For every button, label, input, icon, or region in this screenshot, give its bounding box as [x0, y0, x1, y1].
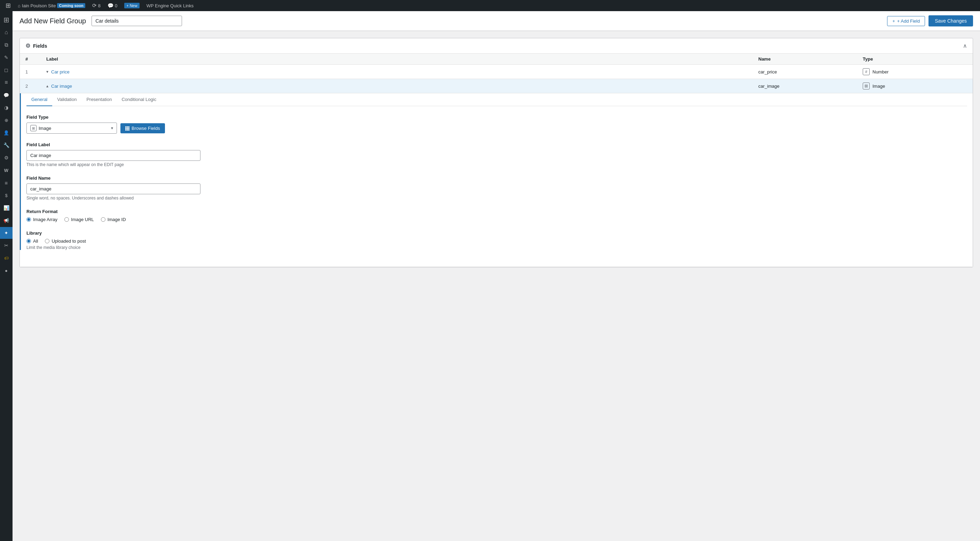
- field-name-section: Field Name Single word, no spaces. Under…: [27, 175, 967, 200]
- return-format-array-option[interactable]: Image Array: [27, 217, 57, 222]
- sidebar-item-plugins[interactable]: ⊕: [0, 114, 13, 126]
- tab-presentation[interactable]: Presentation: [81, 93, 116, 106]
- field-type-dropdown[interactable]: ⊠ Image ▾: [27, 123, 117, 134]
- library-all-radio[interactable]: [27, 239, 31, 243]
- sidebar-item-comments[interactable]: 💬: [0, 89, 13, 101]
- col-header-type: Type: [863, 56, 967, 62]
- sidebar-item-appearance[interactable]: ◑: [0, 102, 13, 113]
- add-icon: +: [892, 18, 895, 24]
- sidebar-item-settings[interactable]: ⚙: [0, 152, 13, 164]
- sidebar-item-media[interactable]: ◻: [0, 64, 13, 76]
- library-hint: Limit the media library choice: [27, 245, 967, 250]
- return-format-label: Return Format: [27, 209, 967, 214]
- collapse-panel-button[interactable]: ∧: [963, 43, 967, 49]
- sidebar-item-users[interactable]: 👤: [0, 127, 13, 138]
- svg-rect-1: [127, 126, 128, 127]
- grid-browse-icon: [125, 126, 129, 130]
- field-name-label: Field Name: [27, 175, 967, 181]
- fields-panel: ⚙ Fields ∧ # Label Name Type 1 ▾: [19, 38, 973, 267]
- col-header-num: #: [25, 56, 46, 62]
- sidebar-item-tools2[interactable]: ✂: [0, 240, 13, 251]
- wp-logo-bar[interactable]: ⊞: [3, 0, 14, 11]
- field-detail-panel: General Validation Presentation Conditio…: [20, 93, 973, 267]
- return-format-id-radio[interactable]: [101, 217, 105, 222]
- browse-fields-button[interactable]: Browse Fields: [121, 123, 165, 133]
- field-type-label-1: Number: [872, 69, 888, 75]
- field-label-cell-1: ▾ Car price: [46, 69, 758, 75]
- return-format-url-option[interactable]: Image URL: [64, 217, 94, 222]
- svg-rect-2: [129, 126, 129, 127]
- field-type-section: Field Type ⊠ Image ▾: [27, 115, 967, 134]
- field-name-1: car_price: [758, 69, 863, 75]
- chevron-down-icon: ▾: [111, 126, 113, 130]
- sidebar-item-extra[interactable]: ●: [0, 264, 13, 277]
- field-tabs: General Validation Presentation Conditio…: [27, 93, 967, 106]
- library-uploaded-radio[interactable]: [45, 239, 49, 243]
- sidebar-item-analytics[interactable]: 📊: [0, 202, 13, 214]
- library-section: Library All Uploaded to post: [27, 231, 967, 250]
- library-uploaded-option[interactable]: Uploaded to post: [45, 239, 86, 244]
- sidebar-item-woo[interactable]: W: [0, 164, 13, 176]
- main-content: Add New Field Group + + Add Field Save C…: [13, 11, 980, 541]
- field-type-select-wrapper: ⊠ Image ▾: [27, 123, 967, 134]
- sidebar-item-badge[interactable]: 🏷: [0, 252, 13, 264]
- fields-settings-icon: ⚙: [25, 43, 30, 49]
- home-icon: ⌂: [18, 3, 21, 8]
- updates-bar[interactable]: ⟳ 8: [89, 0, 103, 11]
- chevron-up-icon-2[interactable]: ▴: [46, 84, 48, 88]
- svg-rect-6: [125, 129, 126, 130]
- fields-panel-title: ⚙ Fields: [25, 43, 47, 49]
- field-label-hint: This is the name which will appear on th…: [27, 162, 967, 167]
- sidebar-item-products[interactable]: ≡: [0, 177, 13, 189]
- main-layout: ⊞ ⌂ ⧉ ✎ ◻ ≡ 💬 ◑ ⊕ 👤 🔧 ⚙ W ≡ $ 📊 📢 ✦ ✂ 🏷 …: [0, 11, 980, 541]
- site-name-bar[interactable]: ⌂ Iain Poulson Site Coming soon: [15, 0, 88, 11]
- field-type-2: ⊠ Image: [863, 83, 967, 89]
- return-format-section: Return Format Image Array Image URL: [27, 209, 967, 222]
- col-header-label: Label: [46, 56, 758, 62]
- field-label-link-2[interactable]: Car image: [51, 84, 72, 89]
- sidebar-item-layers[interactable]: ⧉: [0, 39, 13, 51]
- field-type-1: # Number: [863, 68, 967, 75]
- field-label-cell-2: ▴ Car image: [46, 84, 758, 89]
- chevron-down-icon-1[interactable]: ▾: [46, 69, 48, 74]
- save-changes-button[interactable]: Save Changes: [929, 15, 973, 27]
- header-actions: + + Add Field Save Changes: [887, 15, 973, 27]
- sidebar-item-pencil[interactable]: ✎: [0, 51, 13, 64]
- wp-engine-bar[interactable]: WP Engine Quick Links: [144, 0, 197, 11]
- page-title: Add New Field Group: [19, 17, 86, 25]
- image-type-icon: ⊠: [863, 83, 870, 89]
- table-row: 1 ▾ Car price car_price # Number: [20, 65, 973, 79]
- return-format-array-radio[interactable]: [27, 217, 31, 222]
- sidebar-item-wp[interactable]: ⊞: [0, 14, 13, 26]
- svg-rect-4: [127, 128, 128, 129]
- number-type-icon: #: [863, 68, 870, 75]
- svg-rect-7: [127, 129, 128, 130]
- sidebar-item-acf[interactable]: ✦: [0, 227, 13, 239]
- table-row: 2 ▴ Car image car_image ⊠ Image: [20, 79, 973, 93]
- tab-general[interactable]: General: [27, 93, 52, 106]
- field-label-input[interactable]: [27, 150, 200, 161]
- return-format-url-radio[interactable]: [64, 217, 69, 222]
- tab-validation[interactable]: Validation: [52, 93, 81, 106]
- new-content-bar[interactable]: + New: [121, 0, 142, 11]
- sidebar-item-orders[interactable]: $: [0, 189, 13, 201]
- library-all-option[interactable]: All: [27, 239, 38, 244]
- wp-logo-icon: ⊞: [6, 2, 11, 10]
- field-name-input[interactable]: [27, 183, 200, 194]
- field-name-hint: Single word, no spaces. Underscores and …: [27, 196, 967, 200]
- library-radio-group: All Uploaded to post: [27, 239, 967, 244]
- fields-table-header: # Label Name Type: [20, 54, 973, 65]
- comments-bar[interactable]: 💬 0: [105, 0, 120, 11]
- return-format-id-option[interactable]: Image ID: [101, 217, 126, 222]
- comments-icon: 💬: [108, 3, 113, 8]
- group-name-input[interactable]: [92, 16, 182, 26]
- sidebar-item-pages[interactable]: ≡: [0, 76, 13, 88]
- field-label-link-1[interactable]: Car price: [51, 69, 70, 75]
- field-type-label: Field Type: [27, 115, 967, 120]
- tab-conditional-logic[interactable]: Conditional Logic: [116, 93, 161, 106]
- sidebar-item-tools[interactable]: 🔧: [0, 139, 13, 151]
- add-field-button[interactable]: + + Add Field: [887, 16, 925, 26]
- svg-rect-8: [129, 129, 129, 130]
- sidebar-item-home[interactable]: ⌂: [0, 27, 13, 38]
- sidebar-item-marketing[interactable]: 📢: [0, 215, 13, 226]
